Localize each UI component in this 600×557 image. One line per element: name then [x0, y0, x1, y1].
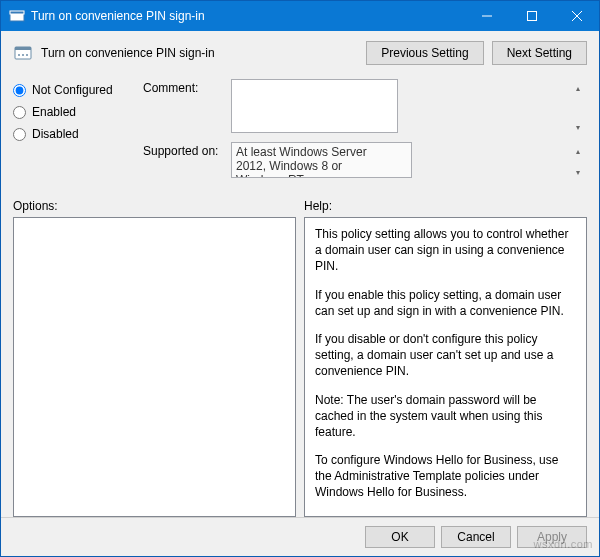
help-panel[interactable]: This policy setting allows you to contro…: [304, 217, 587, 517]
previous-setting-button[interactable]: Previous Setting: [366, 41, 483, 65]
comment-scroll-down-icon[interactable]: ▾: [570, 119, 586, 135]
radio-not-configured[interactable]: Not Configured: [13, 83, 143, 97]
apply-button[interactable]: Apply: [517, 526, 587, 548]
help-paragraph: This policy setting allows you to contro…: [315, 226, 576, 275]
svg-point-10: [26, 54, 28, 56]
supported-on-label: Supported on:: [143, 142, 231, 181]
supported-on-value: [231, 142, 412, 178]
cancel-button[interactable]: Cancel: [441, 526, 511, 548]
policy-icon: [13, 43, 33, 63]
fields-column: Comment: ▴ ▾ Supported on: ▴ ▾: [143, 79, 587, 187]
svg-rect-3: [527, 12, 536, 21]
help-column: Help: This policy setting allows you to …: [304, 199, 587, 517]
comment-input[interactable]: [231, 79, 398, 133]
svg-point-8: [18, 54, 20, 56]
content-area: Turn on convenience PIN sign-in Previous…: [1, 31, 599, 517]
radio-enabled-input[interactable]: [13, 106, 26, 119]
lower-section: Options: Help: This policy setting allow…: [13, 199, 587, 517]
minimize-button[interactable]: [464, 1, 509, 31]
svg-rect-1: [10, 11, 24, 14]
help-label: Help:: [304, 199, 587, 213]
next-setting-button[interactable]: Next Setting: [492, 41, 587, 65]
bottom-button-bar: OK Cancel Apply: [1, 517, 599, 556]
radio-not-configured-label[interactable]: Not Configured: [32, 83, 113, 97]
help-paragraph: To configure Windows Hello for Business,…: [315, 452, 576, 501]
close-button[interactable]: [554, 1, 599, 31]
help-paragraph: Note: The user's domain password will be…: [315, 392, 576, 441]
ok-button[interactable]: OK: [365, 526, 435, 548]
options-label: Options:: [13, 199, 296, 213]
supported-scroll-up-icon[interactable]: ▴: [570, 143, 586, 159]
help-paragraph: If you enable this policy setting, a dom…: [315, 287, 576, 319]
svg-point-9: [22, 54, 24, 56]
options-panel: [13, 217, 296, 517]
policy-window-icon: [9, 8, 25, 24]
radio-enabled[interactable]: Enabled: [13, 105, 143, 119]
policy-editor-window: Turn on convenience PIN sign-in Turn on …: [0, 0, 600, 557]
window-title: Turn on convenience PIN sign-in: [31, 9, 464, 23]
radio-disabled[interactable]: Disabled: [13, 127, 143, 141]
options-column: Options:: [13, 199, 296, 517]
config-section: Not Configured Enabled Disabled Comment:…: [13, 79, 587, 187]
supported-scroll-down-icon[interactable]: ▾: [570, 164, 586, 180]
radio-not-configured-input[interactable]: [13, 84, 26, 97]
header-row: Turn on convenience PIN sign-in Previous…: [13, 41, 587, 65]
radio-enabled-label[interactable]: Enabled: [32, 105, 76, 119]
comment-scroll-up-icon[interactable]: ▴: [570, 80, 586, 96]
maximize-button[interactable]: [509, 1, 554, 31]
help-paragraph: If you disable or don't configure this p…: [315, 331, 576, 380]
radio-disabled-label[interactable]: Disabled: [32, 127, 79, 141]
svg-rect-7: [15, 47, 31, 50]
nav-buttons: Previous Setting Next Setting: [366, 41, 587, 65]
state-radio-group: Not Configured Enabled Disabled: [13, 79, 143, 187]
radio-disabled-input[interactable]: [13, 128, 26, 141]
policy-title: Turn on convenience PIN sign-in: [41, 46, 366, 60]
comment-label: Comment:: [143, 79, 231, 136]
titlebar: Turn on convenience PIN sign-in: [1, 1, 599, 31]
